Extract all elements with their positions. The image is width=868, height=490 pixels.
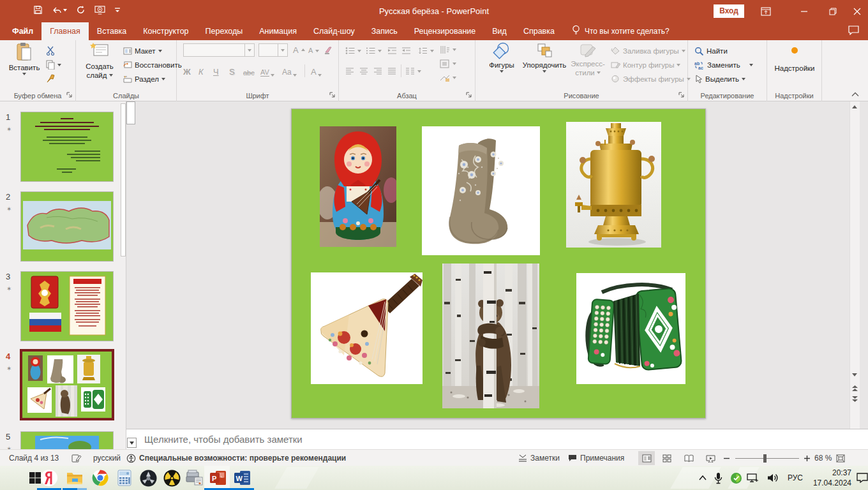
new-slide-button[interactable]: Создать слайд: [81, 42, 118, 79]
text-direction-button[interactable]: [440, 43, 456, 56]
slide-3-thumbnail[interactable]: [20, 271, 114, 341]
addins-button[interactable]: Надстройки: [772, 47, 817, 72]
layout-button[interactable]: Макет: [123, 44, 162, 57]
scroll-up-button[interactable]: [850, 102, 859, 112]
replace-button[interactable]: abacЗаменить: [694, 58, 753, 71]
quick-styles-button[interactable]: Экспресс- стили: [570, 42, 606, 77]
restore-button[interactable]: [822, 0, 844, 22]
tell-me-box[interactable]: Что вы хотите сделать?: [572, 22, 670, 40]
strikethrough-button[interactable]: abc: [243, 64, 255, 78]
font-color-button[interactable]: А: [311, 64, 322, 78]
valenki-image[interactable]: [422, 126, 540, 255]
slideshow-view-button[interactable]: [702, 451, 719, 465]
tab-home[interactable]: Главная: [41, 22, 89, 40]
powerpoint-taskbar-tile[interactable]: P: [204, 466, 230, 490]
numbering-button[interactable]: [366, 44, 382, 57]
zoom-out-button[interactable]: [724, 450, 730, 466]
calculator-icon[interactable]: [115, 468, 134, 487]
scroll-down-button[interactable]: [850, 370, 859, 380]
matryoshka-image[interactable]: [320, 126, 396, 247]
tab-view[interactable]: Вид: [484, 22, 515, 40]
tab-design[interactable]: Конструктор: [135, 22, 197, 40]
find-button[interactable]: Найти: [694, 44, 728, 57]
slide-canvas[interactable]: [291, 108, 706, 419]
reset-button[interactable]: Восстановить: [123, 58, 182, 71]
increase-indent-button[interactable]: [401, 44, 411, 57]
sign-in-button[interactable]: Вход: [714, 4, 744, 18]
chrome-icon[interactable]: [91, 468, 110, 487]
reading-view-button[interactable]: [680, 451, 697, 465]
slide-sorter-view-button[interactable]: [659, 451, 675, 465]
accessibility-checker[interactable]: Специальные возможности: проверьте реком…: [126, 450, 346, 466]
microphone-tray-icon[interactable]: [708, 468, 728, 487]
volume-tray-icon[interactable]: [763, 468, 782, 487]
panel-scrollbar-thumb[interactable]: [121, 103, 126, 256]
tab-file[interactable]: Файл: [4, 22, 41, 40]
tab-help[interactable]: Справка: [515, 22, 563, 40]
spell-check-button[interactable]: [71, 450, 82, 466]
zoom-level[interactable]: 68 %: [814, 450, 832, 466]
slide-1-thumbnail[interactable]: [20, 112, 114, 182]
shape-outline-button[interactable]: Контур фигуры: [611, 58, 680, 71]
tab-transitions[interactable]: Переходы: [197, 22, 251, 40]
tab-insert[interactable]: Вставка: [89, 22, 135, 40]
comments-icon[interactable]: [848, 26, 859, 37]
cut-button[interactable]: [46, 44, 56, 57]
slide-4-thumbnail-selected[interactable]: [20, 350, 114, 420]
tab-slideshow[interactable]: Слайд-шоу: [305, 22, 363, 40]
align-right-button[interactable]: [373, 64, 382, 78]
select-button[interactable]: Выделить: [694, 72, 745, 85]
tab-animations[interactable]: Анимация: [251, 22, 305, 40]
tab-record[interactable]: Запись: [363, 22, 406, 40]
paste-button[interactable]: Вставить: [6, 42, 42, 75]
character-spacing-button[interactable]: AV: [260, 64, 274, 78]
action-center-icon[interactable]: [853, 468, 868, 487]
next-slide-button[interactable]: [850, 394, 859, 403]
network-tray-icon[interactable]: [743, 468, 762, 487]
italic-button[interactable]: К: [198, 64, 204, 78]
change-case-button[interactable]: Aa: [282, 64, 297, 78]
clock[interactable]: 20:37 17.04.2024: [812, 468, 851, 488]
radiation-app-icon[interactable]: [162, 468, 181, 487]
media-player-icon[interactable]: [138, 468, 158, 487]
normal-view-button[interactable]: [638, 451, 655, 465]
align-text-button[interactable]: [440, 57, 456, 70]
zoom-slider-thumb[interactable]: [763, 454, 767, 463]
align-left-button[interactable]: [345, 64, 354, 78]
convert-smartart-button[interactable]: [440, 71, 456, 84]
slide-2-thumbnail[interactable]: [20, 191, 114, 262]
close-button[interactable]: [846, 0, 868, 22]
minimize-button[interactable]: [793, 0, 815, 22]
balalaika-image[interactable]: [311, 272, 423, 384]
font-dialog-launcher[interactable]: [329, 92, 336, 99]
decrease-indent-button[interactable]: [387, 44, 397, 57]
fit-to-window-button[interactable]: [836, 450, 845, 466]
font-name-select[interactable]: [183, 43, 255, 57]
line-spacing-button[interactable]: [418, 44, 434, 57]
columns-button[interactable]: [405, 64, 421, 78]
arrange-button[interactable]: Упорядочить: [521, 42, 567, 73]
vertical-scrollbar[interactable]: [849, 101, 860, 429]
format-painter-button[interactable]: [46, 72, 56, 85]
bear-birch-image[interactable]: [442, 264, 539, 408]
shrink-font-button[interactable]: А: [308, 43, 319, 57]
underline-button[interactable]: Ч: [213, 64, 219, 78]
language-button[interactable]: русский: [93, 450, 121, 466]
justify-button[interactable]: [387, 64, 396, 78]
samovar-image[interactable]: [566, 122, 661, 248]
font-size-select[interactable]: [258, 43, 288, 57]
comments-toggle-button[interactable]: Примечания: [568, 450, 624, 466]
notes-pane[interactable]: Щелкните, чтобы добавить заметки: [126, 429, 868, 449]
ribbon-display-options-button[interactable]: [755, 0, 777, 22]
shapes-button[interactable]: Фигуры: [484, 42, 519, 73]
scanner-app-icon[interactable]: [185, 468, 204, 487]
bold-button[interactable]: Ж: [183, 64, 191, 78]
scrollbar-thumb[interactable]: [126, 101, 135, 124]
file-explorer-icon[interactable]: [65, 468, 84, 487]
copy-button[interactable]: [46, 58, 61, 71]
notes-placeholder[interactable]: Щелкните, чтобы добавить заметки: [144, 434, 303, 445]
align-center-button[interactable]: [359, 64, 368, 78]
shape-fill-button[interactable]: Заливка фигуры: [611, 44, 685, 57]
previous-slide-button[interactable]: [850, 383, 859, 393]
language-indicator[interactable]: РУС: [784, 468, 807, 487]
